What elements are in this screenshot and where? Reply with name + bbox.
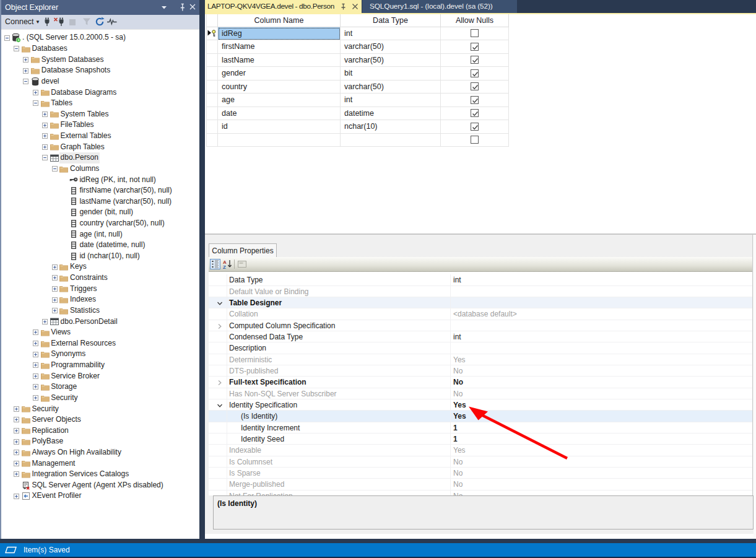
svg-text:Z: Z <box>223 264 226 269</box>
